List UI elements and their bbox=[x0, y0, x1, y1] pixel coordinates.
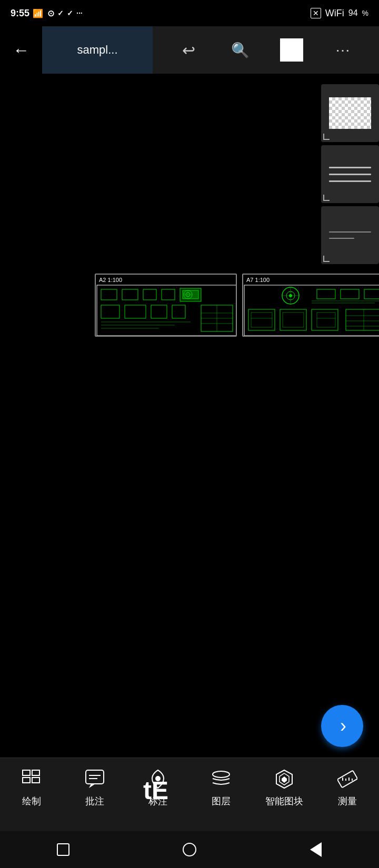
measure-icon bbox=[336, 768, 359, 791]
right-panel bbox=[321, 84, 379, 264]
measure-label: 测量 bbox=[338, 795, 357, 808]
wifi-icon: WiFi bbox=[325, 8, 344, 19]
back-button[interactable]: ← bbox=[0, 26, 42, 74]
nav-item-annotate[interactable]: 批注 bbox=[68, 768, 121, 808]
lines-preview bbox=[329, 167, 371, 182]
svg-point-55 bbox=[155, 776, 161, 781]
line-item bbox=[329, 174, 371, 175]
sys-recents-button[interactable] bbox=[54, 840, 73, 859]
search-button[interactable]: 🔍 bbox=[224, 34, 256, 66]
nav-item-layers[interactable]: 图层 bbox=[195, 768, 247, 808]
more-icon: ⋯ bbox=[335, 42, 350, 59]
battery-unit: % bbox=[362, 9, 368, 17]
svg-rect-60 bbox=[337, 771, 357, 788]
color-swatch-button[interactable] bbox=[276, 34, 307, 66]
status-left: 9:55 📶 ⊙ ✓ ✓ ··· bbox=[11, 8, 83, 19]
grey-lines-preview bbox=[329, 231, 371, 239]
color-swatch bbox=[280, 38, 303, 62]
grey-line bbox=[329, 231, 371, 233]
mark-svg-icon bbox=[148, 769, 168, 789]
file-title-text: sampl... bbox=[77, 43, 117, 57]
layer-card-lines[interactable] bbox=[321, 145, 379, 203]
mark-icon bbox=[146, 768, 169, 791]
nav-item-blocks[interactable]: 智能图块 bbox=[258, 768, 311, 808]
cad-content-2 bbox=[243, 284, 379, 336]
layer-card-checkered[interactable] bbox=[321, 84, 379, 142]
more-button[interactable]: ⋯ bbox=[327, 34, 358, 66]
blocks-icon bbox=[273, 768, 296, 791]
bottom-nav: 绘制 批注 标注 图层 bbox=[0, 758, 379, 831]
layers-svg-icon bbox=[211, 769, 231, 789]
line-item bbox=[329, 167, 371, 168]
canvas-area[interactable]: A2 1:100 bbox=[0, 74, 379, 758]
status-right: ✕ WiFi 94 % bbox=[311, 8, 368, 19]
thumb-label-1: A2 1:100 bbox=[99, 277, 122, 283]
line-item bbox=[329, 180, 371, 182]
back-icon: ← bbox=[13, 41, 29, 60]
draw-svg-icon bbox=[22, 769, 42, 789]
nav-item-mark[interactable]: 标注 bbox=[132, 768, 184, 808]
layers-icon bbox=[210, 768, 233, 791]
thumb-label-2: A7 1:100 bbox=[246, 277, 270, 283]
draw-icon bbox=[20, 768, 43, 791]
svg-point-56 bbox=[213, 771, 230, 778]
battery-percent: 94 bbox=[348, 8, 358, 18]
layer-card-grey[interactable] bbox=[321, 206, 379, 264]
cad-svg-1 bbox=[96, 284, 237, 337]
sync-icon: ⊙ bbox=[47, 8, 54, 18]
status-bar: 9:55 📶 ⊙ ✓ ✓ ··· ✕ WiFi 94 % bbox=[0, 0, 379, 26]
dwg-thumbnail-2[interactable]: A7 1:100 bbox=[242, 274, 379, 337]
check2-icon: ✓ bbox=[67, 9, 73, 17]
svg-rect-47 bbox=[23, 770, 30, 775]
more-status-icon: ··· bbox=[76, 9, 83, 17]
svg-rect-50 bbox=[32, 778, 39, 783]
card-corner-icon bbox=[323, 256, 330, 262]
toolbar-actions: ↩ 🔍 ⋯ bbox=[153, 26, 379, 74]
cad-content-1 bbox=[96, 284, 236, 336]
svg-rect-48 bbox=[23, 778, 30, 783]
card-corner-icon bbox=[323, 195, 330, 201]
measure-svg-icon bbox=[337, 769, 357, 789]
nav-item-draw[interactable]: 绘制 bbox=[5, 768, 58, 808]
chevron-right-icon: › bbox=[340, 715, 346, 737]
annotate-icon bbox=[83, 768, 106, 791]
home-icon bbox=[183, 843, 196, 856]
thumbnails-area: A2 1:100 bbox=[95, 274, 379, 337]
battery-x-icon: ✕ bbox=[311, 8, 321, 18]
undo-button[interactable]: ↩ bbox=[173, 34, 205, 66]
nav-item-measure[interactable]: 测量 bbox=[321, 768, 374, 808]
svg-rect-51 bbox=[86, 770, 104, 784]
back-nav-icon bbox=[310, 842, 322, 857]
signal-icon: 📶 bbox=[33, 8, 43, 18]
blocks-svg-icon bbox=[274, 769, 294, 789]
dwg-thumbnail-1[interactable]: A2 1:100 bbox=[95, 274, 237, 337]
draw-label: 绘制 bbox=[22, 795, 41, 808]
undo-icon: ↩ bbox=[182, 41, 195, 59]
check-icon: ✓ bbox=[57, 9, 64, 17]
svg-marker-59 bbox=[282, 776, 287, 783]
sys-home-button[interactable] bbox=[180, 840, 199, 859]
status-time: 9:55 bbox=[11, 8, 29, 19]
mark-label: 标注 bbox=[148, 795, 167, 808]
search-icon: 🔍 bbox=[231, 42, 250, 59]
grey-line bbox=[329, 238, 354, 239]
next-fab-button[interactable]: › bbox=[321, 705, 363, 747]
svg-rect-49 bbox=[32, 770, 39, 775]
annotate-svg-icon bbox=[85, 769, 105, 789]
blocks-label: 智能图块 bbox=[265, 795, 303, 808]
card-corner-icon bbox=[323, 134, 330, 140]
layers-label: 图层 bbox=[212, 795, 231, 808]
cad-svg-2 bbox=[243, 284, 379, 337]
recents-icon bbox=[57, 843, 69, 856]
sys-back-button[interactable] bbox=[306, 840, 325, 859]
file-title: sampl... bbox=[42, 26, 153, 74]
toolbar: ← sampl... ↩ 🔍 ⋯ bbox=[0, 26, 379, 74]
checkered-preview bbox=[329, 97, 371, 129]
svg-marker-54 bbox=[89, 784, 95, 788]
annotate-label: 批注 bbox=[85, 795, 104, 808]
